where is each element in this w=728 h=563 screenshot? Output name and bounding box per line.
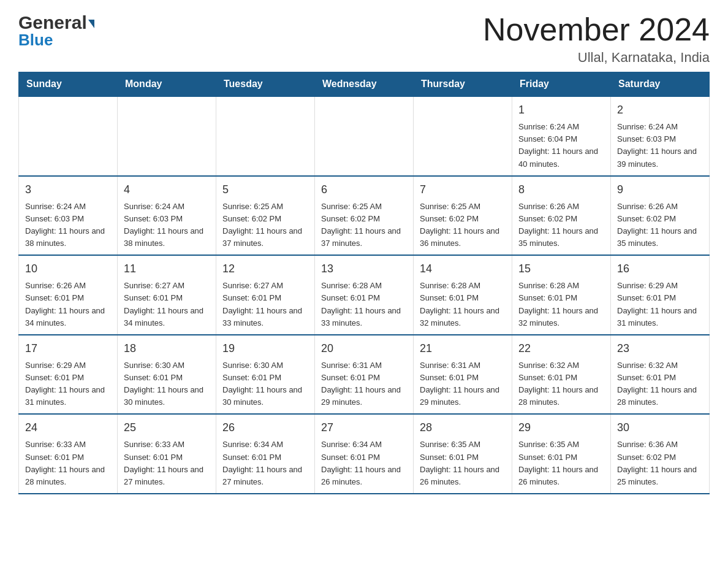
table-row: 9Sunrise: 6:26 AMSunset: 6:02 PMDaylight… bbox=[611, 176, 710, 256]
table-row: 10Sunrise: 6:26 AMSunset: 6:01 PMDayligh… bbox=[19, 255, 118, 335]
table-row: 5Sunrise: 6:25 AMSunset: 6:02 PMDaylight… bbox=[216, 176, 315, 256]
table-row bbox=[315, 96, 414, 176]
day-info: Sunrise: 6:24 AMSunset: 6:03 PMDaylight:… bbox=[25, 201, 111, 250]
day-number: 17 bbox=[25, 340, 111, 357]
day-info: Sunrise: 6:24 AMSunset: 6:03 PMDaylight:… bbox=[124, 201, 210, 250]
calendar-week-row: 24Sunrise: 6:33 AMSunset: 6:01 PMDayligh… bbox=[19, 414, 710, 494]
day-number: 18 bbox=[124, 340, 210, 357]
table-row: 23Sunrise: 6:32 AMSunset: 6:01 PMDayligh… bbox=[611, 335, 710, 415]
day-number: 25 bbox=[124, 419, 210, 436]
day-info: Sunrise: 6:29 AMSunset: 6:01 PMDaylight:… bbox=[25, 359, 111, 409]
day-number: 14 bbox=[420, 261, 506, 277]
table-row bbox=[118, 96, 216, 176]
day-number: 24 bbox=[25, 419, 111, 436]
day-info: Sunrise: 6:28 AMSunset: 6:01 PMDaylight:… bbox=[321, 280, 407, 329]
table-row: 27Sunrise: 6:34 AMSunset: 6:01 PMDayligh… bbox=[315, 414, 414, 494]
day-number: 4 bbox=[124, 182, 210, 198]
header-wednesday: Wednesday bbox=[315, 72, 414, 97]
header-tuesday: Tuesday bbox=[216, 72, 315, 97]
day-number: 23 bbox=[617, 340, 703, 357]
day-number: 7 bbox=[420, 182, 506, 198]
day-number: 15 bbox=[518, 261, 604, 277]
day-number: 19 bbox=[222, 340, 308, 357]
day-info: Sunrise: 6:26 AMSunset: 6:02 PMDaylight:… bbox=[518, 201, 604, 250]
day-info: Sunrise: 6:35 AMSunset: 6:01 PMDaylight:… bbox=[420, 439, 506, 488]
day-number: 29 bbox=[518, 419, 604, 436]
day-info: Sunrise: 6:24 AMSunset: 6:03 PMDaylight:… bbox=[617, 121, 703, 170]
table-row: 28Sunrise: 6:35 AMSunset: 6:01 PMDayligh… bbox=[414, 414, 512, 494]
calendar-header-row: Sunday Monday Tuesday Wednesday Thursday… bbox=[19, 72, 710, 97]
month-title: November 2024 bbox=[483, 12, 710, 47]
day-info: Sunrise: 6:26 AMSunset: 6:01 PMDaylight:… bbox=[25, 280, 111, 329]
calendar-title-area: November 2024 Ullal, Karnataka, India bbox=[483, 12, 710, 66]
day-info: Sunrise: 6:30 AMSunset: 6:01 PMDaylight:… bbox=[124, 359, 210, 409]
day-info: Sunrise: 6:35 AMSunset: 6:01 PMDaylight:… bbox=[518, 439, 604, 488]
table-row: 1Sunrise: 6:24 AMSunset: 6:04 PMDaylight… bbox=[512, 96, 611, 176]
day-info: Sunrise: 6:28 AMSunset: 6:01 PMDaylight:… bbox=[420, 280, 506, 329]
day-info: Sunrise: 6:27 AMSunset: 6:01 PMDaylight:… bbox=[222, 280, 308, 329]
table-row: 18Sunrise: 6:30 AMSunset: 6:01 PMDayligh… bbox=[118, 335, 216, 415]
table-row: 11Sunrise: 6:27 AMSunset: 6:01 PMDayligh… bbox=[118, 255, 216, 335]
day-number: 20 bbox=[321, 340, 407, 357]
table-row: 22Sunrise: 6:32 AMSunset: 6:01 PMDayligh… bbox=[512, 335, 611, 415]
day-info: Sunrise: 6:25 AMSunset: 6:02 PMDaylight:… bbox=[321, 201, 407, 250]
table-row: 24Sunrise: 6:33 AMSunset: 6:01 PMDayligh… bbox=[19, 414, 118, 494]
header-monday: Monday bbox=[118, 72, 216, 97]
day-number: 16 bbox=[617, 261, 703, 277]
day-number: 26 bbox=[222, 419, 308, 436]
calendar-week-row: 17Sunrise: 6:29 AMSunset: 6:01 PMDayligh… bbox=[19, 335, 710, 415]
logo-main-text: General bbox=[18, 12, 94, 33]
table-row: 15Sunrise: 6:28 AMSunset: 6:01 PMDayligh… bbox=[512, 255, 611, 335]
day-info: Sunrise: 6:24 AMSunset: 6:04 PMDaylight:… bbox=[518, 121, 604, 170]
table-row: 14Sunrise: 6:28 AMSunset: 6:01 PMDayligh… bbox=[414, 255, 512, 335]
day-info: Sunrise: 6:27 AMSunset: 6:01 PMDaylight:… bbox=[124, 280, 210, 329]
table-row: 12Sunrise: 6:27 AMSunset: 6:01 PMDayligh… bbox=[216, 255, 315, 335]
day-info: Sunrise: 6:31 AMSunset: 6:01 PMDaylight:… bbox=[420, 359, 506, 409]
location-title: Ullal, Karnataka, India bbox=[483, 50, 710, 66]
table-row: 26Sunrise: 6:34 AMSunset: 6:01 PMDayligh… bbox=[216, 414, 315, 494]
calendar-week-row: 1Sunrise: 6:24 AMSunset: 6:04 PMDaylight… bbox=[19, 96, 710, 176]
day-number: 12 bbox=[222, 261, 308, 277]
table-row: 30Sunrise: 6:36 AMSunset: 6:02 PMDayligh… bbox=[611, 414, 710, 494]
day-number: 9 bbox=[617, 182, 703, 198]
table-row bbox=[414, 96, 512, 176]
day-number: 13 bbox=[321, 261, 407, 277]
day-number: 10 bbox=[25, 261, 111, 277]
day-info: Sunrise: 6:34 AMSunset: 6:01 PMDaylight:… bbox=[321, 439, 407, 488]
table-row: 20Sunrise: 6:31 AMSunset: 6:01 PMDayligh… bbox=[315, 335, 414, 415]
day-number: 22 bbox=[518, 340, 604, 357]
header-friday: Friday bbox=[512, 72, 611, 97]
calendar-week-row: 3Sunrise: 6:24 AMSunset: 6:03 PMDaylight… bbox=[19, 176, 710, 256]
table-row: 29Sunrise: 6:35 AMSunset: 6:01 PMDayligh… bbox=[512, 414, 611, 494]
calendar-week-row: 10Sunrise: 6:26 AMSunset: 6:01 PMDayligh… bbox=[19, 255, 710, 335]
day-number: 21 bbox=[420, 340, 506, 357]
table-row: 25Sunrise: 6:33 AMSunset: 6:01 PMDayligh… bbox=[118, 414, 216, 494]
day-info: Sunrise: 6:33 AMSunset: 6:01 PMDaylight:… bbox=[124, 439, 210, 488]
day-number: 3 bbox=[25, 182, 111, 198]
day-info: Sunrise: 6:31 AMSunset: 6:01 PMDaylight:… bbox=[321, 359, 407, 409]
day-number: 2 bbox=[617, 102, 703, 118]
day-number: 1 bbox=[518, 102, 604, 118]
day-number: 11 bbox=[124, 261, 210, 277]
day-number: 30 bbox=[617, 419, 703, 436]
header-saturday: Saturday bbox=[611, 72, 710, 97]
day-number: 6 bbox=[321, 182, 407, 198]
header-sunday: Sunday bbox=[19, 72, 118, 97]
day-info: Sunrise: 6:30 AMSunset: 6:01 PMDaylight:… bbox=[222, 359, 308, 409]
day-info: Sunrise: 6:32 AMSunset: 6:01 PMDaylight:… bbox=[518, 359, 604, 409]
day-number: 27 bbox=[321, 419, 407, 436]
day-info: Sunrise: 6:33 AMSunset: 6:01 PMDaylight:… bbox=[25, 439, 111, 488]
calendar-table: Sunday Monday Tuesday Wednesday Thursday… bbox=[18, 72, 710, 494]
table-row bbox=[216, 96, 315, 176]
day-info: Sunrise: 6:26 AMSunset: 6:02 PMDaylight:… bbox=[617, 201, 703, 250]
table-row: 6Sunrise: 6:25 AMSunset: 6:02 PMDaylight… bbox=[315, 176, 414, 256]
table-row: 8Sunrise: 6:26 AMSunset: 6:02 PMDaylight… bbox=[512, 176, 611, 256]
table-row: 4Sunrise: 6:24 AMSunset: 6:03 PMDaylight… bbox=[118, 176, 216, 256]
day-info: Sunrise: 6:32 AMSunset: 6:01 PMDaylight:… bbox=[617, 359, 703, 409]
table-row: 21Sunrise: 6:31 AMSunset: 6:01 PMDayligh… bbox=[414, 335, 512, 415]
logo: General Blue bbox=[18, 12, 94, 50]
logo-blue-text: Blue bbox=[18, 31, 53, 50]
day-number: 8 bbox=[518, 182, 604, 198]
table-row: 16Sunrise: 6:29 AMSunset: 6:01 PMDayligh… bbox=[611, 255, 710, 335]
day-info: Sunrise: 6:25 AMSunset: 6:02 PMDaylight:… bbox=[222, 201, 308, 250]
